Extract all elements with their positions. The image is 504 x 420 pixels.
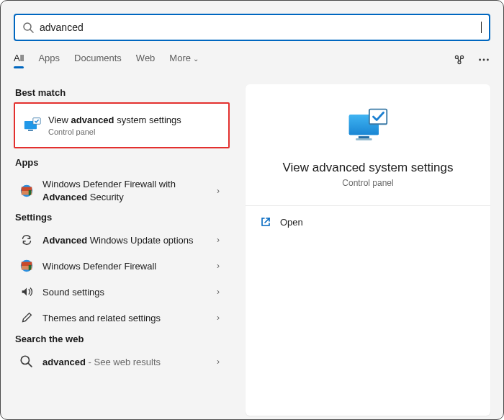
chevron-right-icon: ›	[217, 357, 222, 367]
result-themes-text: Themes and related settings	[42, 312, 208, 325]
section-apps: Apps	[14, 154, 238, 172]
monitor-check-icon	[24, 117, 40, 133]
best-match-title-bold: advanced	[71, 115, 114, 125]
action-open-label: Open	[280, 217, 303, 228]
chevron-down-icon: ⌄	[193, 55, 199, 63]
svg-rect-9	[28, 130, 33, 131]
firewall-shield-icon	[19, 259, 34, 273]
filter-tabs-row: All Apps Documents Web More⌄	[1, 48, 503, 71]
result-firewall-advanced[interactable]: Windows Defender Firewall with Advanced …	[14, 172, 230, 209]
more-options-icon[interactable]	[477, 53, 490, 66]
search-bar-region: advanced	[1, 1, 503, 48]
filter-tabs: All Apps Documents Web More⌄	[14, 53, 199, 68]
result-web-search[interactable]: advanced - See web results ›	[14, 349, 230, 375]
search-box[interactable]: advanced	[14, 14, 490, 41]
preview-subtitle: Control panel	[257, 178, 479, 188]
best-match-result[interactable]: View advanced system settings Control pa…	[14, 102, 230, 148]
svg-point-6	[483, 59, 485, 61]
sync-arrows-icon	[19, 233, 34, 247]
search-input[interactable]: advanced	[40, 22, 482, 33]
preview-title: View advanced system settings	[257, 161, 479, 175]
start-search-window: advanced All Apps Documents Web More⌄	[0, 0, 504, 420]
best-match-text: View advanced system settings Control pa…	[48, 114, 218, 137]
chevron-right-icon: ›	[217, 287, 222, 297]
best-match-title-post: system settings	[114, 115, 181, 125]
tab-more-label: More	[169, 53, 191, 63]
search-icon	[22, 22, 34, 33]
svg-rect-21	[359, 136, 369, 138]
top-right-controls	[453, 53, 490, 66]
svg-line-1	[30, 30, 33, 32]
chevron-right-icon: ›	[217, 261, 222, 271]
result-themes[interactable]: Themes and related settings ›	[14, 305, 230, 331]
result-windows-update-advanced-text: Advanced Windows Update options	[42, 234, 208, 247]
result-firewall[interactable]: Windows Defender Firewall ›	[14, 253, 230, 279]
svg-point-7	[487, 59, 489, 61]
svg-rect-22	[356, 138, 372, 140]
result-sound-text: Sound settings	[42, 286, 208, 299]
firewall-shield-icon	[19, 184, 34, 198]
chevron-right-icon: ›	[217, 235, 222, 245]
result-sound-settings[interactable]: Sound settings ›	[14, 279, 230, 305]
chevron-right-icon: ›	[217, 313, 222, 323]
best-match-subtitle: Control panel	[48, 127, 218, 138]
tab-more[interactable]: More⌄	[169, 53, 199, 68]
chevron-right-icon: ›	[217, 186, 222, 196]
section-settings: Settings	[14, 209, 238, 227]
speaker-icon	[19, 285, 34, 299]
svg-point-4	[458, 61, 461, 64]
result-firewall-advanced-text: Windows Defender Firewall with Advanced …	[42, 178, 208, 203]
tab-all[interactable]: All	[14, 53, 24, 68]
section-best-match: Best match	[14, 84, 238, 102]
result-web-search-text: advanced - See web results	[42, 356, 208, 369]
results-body: Best match View advanced system setti	[1, 73, 503, 419]
action-open[interactable]: Open	[257, 206, 479, 238]
section-search-web: Search the web	[14, 331, 238, 349]
svg-line-18	[28, 364, 32, 367]
preview-card: View advanced system settings Control pa…	[246, 84, 490, 416]
tab-web[interactable]: Web	[136, 53, 156, 68]
result-firewall-text: Windows Defender Firewall	[42, 260, 208, 273]
search-icon	[19, 354, 34, 369]
result-windows-update-advanced[interactable]: Advanced Windows Update options ›	[14, 227, 230, 253]
preview-pane: View advanced system settings Control pa…	[238, 73, 503, 419]
text-caret	[481, 22, 482, 33]
best-match-title-pre: View	[48, 115, 71, 125]
results-list: Best match View advanced system setti	[1, 73, 238, 419]
share-icon[interactable]	[453, 53, 466, 66]
paintbrush-icon	[19, 310, 34, 325]
open-external-icon	[260, 216, 271, 228]
svg-rect-23	[369, 110, 387, 125]
tab-documents[interactable]: Documents	[74, 53, 122, 68]
tab-apps[interactable]: Apps	[38, 53, 60, 68]
svg-point-5	[479, 59, 481, 61]
preview-icon	[257, 102, 479, 146]
